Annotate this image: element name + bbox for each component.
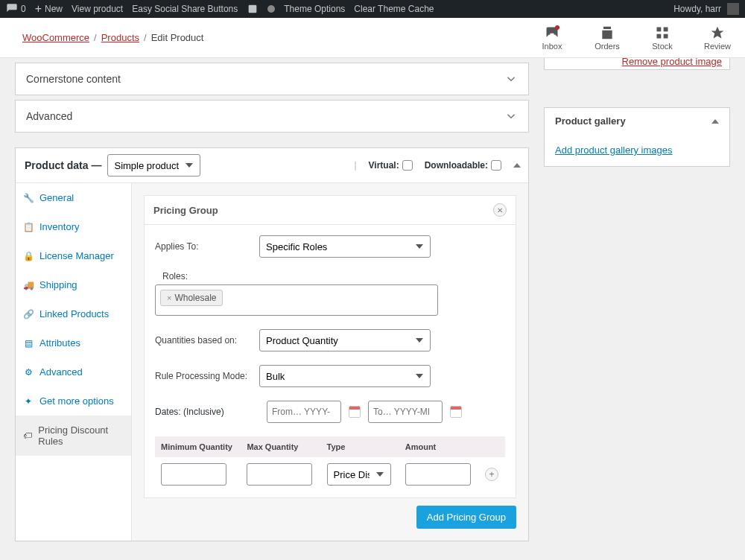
breadcrumb-products[interactable]: Products xyxy=(101,32,139,43)
yoast-icon xyxy=(247,3,259,15)
clipboard-icon: 📋 xyxy=(23,222,34,232)
tab-label: Shipping xyxy=(39,279,77,290)
th-amount: Amount xyxy=(399,436,479,457)
quantities-label: Quantities based on: xyxy=(155,335,259,346)
product-gallery-title: Product gallery xyxy=(555,115,626,127)
avatar xyxy=(727,3,739,15)
admin-bar: 0 + New View product Easy Social Share B… xyxy=(0,0,745,18)
comment-icon xyxy=(6,3,18,15)
breadcrumb: WooCommerce / Products / Edit Product xyxy=(22,32,203,43)
metabox-cornerstone: Cornerstone content xyxy=(15,63,529,95)
collapse-up-icon[interactable] xyxy=(513,163,521,168)
tab-label: Attributes xyxy=(39,337,80,349)
breadcrumb-current: Edit Product xyxy=(151,32,204,43)
virtual-checkbox[interactable] xyxy=(402,160,413,171)
add-gallery-images-link[interactable]: Add product gallery images xyxy=(545,134,683,166)
calendar-icon[interactable] xyxy=(349,406,361,418)
adminbar-howdy: Howdy, harr xyxy=(673,4,721,14)
metabox-toggle-cornerstone[interactable]: Cornerstone content xyxy=(16,63,528,95)
rule-mode-select[interactable]: Bulk xyxy=(259,365,431,387)
product-gallery-toggle[interactable]: Product gallery xyxy=(545,108,729,134)
product-type-select[interactable]: Simple product xyxy=(107,154,200,176)
adminbar-essb[interactable]: Easy Social Share Buttons xyxy=(132,4,238,14)
downloadable-label: Downloadable: xyxy=(425,160,488,171)
tab-shipping[interactable]: 🚚Shipping xyxy=(16,270,131,299)
metabox-title: Advanced xyxy=(26,110,72,122)
date-from-input[interactable] xyxy=(267,401,341,423)
tab-advanced[interactable]: ⚙Advanced xyxy=(16,357,131,386)
remove-product-image-link[interactable]: Remove product image xyxy=(545,56,729,67)
roles-label: Roles: xyxy=(162,271,505,281)
tab-general[interactable]: 🔧General xyxy=(16,183,131,212)
role-tag-text: Wholesale xyxy=(174,293,216,303)
max-qty-input[interactable] xyxy=(247,463,312,486)
chevron-up-icon xyxy=(711,119,719,124)
stat-orders[interactable]: Orders xyxy=(580,25,635,51)
top-row: WooCommerce / Products / Edit Product In… xyxy=(0,18,745,58)
adminbar-theme-options[interactable]: Theme Options xyxy=(284,4,345,14)
metabox-title: Cornerstone content xyxy=(26,73,121,85)
breadcrumb-woocommerce[interactable]: WooCommerce xyxy=(22,32,89,43)
stat-label: Orders xyxy=(595,42,620,51)
adminbar-comments-count: 0 xyxy=(21,4,26,14)
star-icon xyxy=(710,25,725,40)
adminbar-new[interactable]: + New xyxy=(35,3,63,15)
tag-icon: 🏷 xyxy=(23,430,32,441)
quantity-table: Minimum Quantity Max Quantity Type Amoun… xyxy=(155,436,505,491)
min-qty-input[interactable] xyxy=(161,463,226,486)
discount-type-select[interactable]: Price Disc xyxy=(327,463,391,486)
link-icon: 🔗 xyxy=(23,309,34,319)
tab-label: License Manager xyxy=(39,250,114,261)
amount-input[interactable] xyxy=(405,463,471,486)
pricing-group-panel: Pricing Group ✕ Applies To: Specific Rol… xyxy=(144,195,516,498)
tab-get-more[interactable]: ✦Get more options xyxy=(16,386,131,416)
stat-label: Review xyxy=(704,42,731,51)
adminbar-comments[interactable]: 0 xyxy=(6,3,26,15)
tab-label: Advanced xyxy=(39,366,83,378)
stat-stock[interactable]: Stock xyxy=(635,25,690,51)
stat-inbox[interactable]: Inbox xyxy=(524,25,580,51)
tab-linked[interactable]: 🔗Linked Products xyxy=(16,299,131,328)
product-data-tabs: 🔧General 📋Inventory 🔒License Manager 🚚Sh… xyxy=(16,183,132,541)
metabox-advanced: Advanced xyxy=(15,100,529,133)
dates-label: Dates: (Inclusive) xyxy=(155,407,259,417)
pricing-group-close[interactable]: ✕ xyxy=(493,203,507,217)
tab-pricing-rules[interactable]: 🏷Pricing Discount Rules xyxy=(16,416,131,456)
tab-label: Get more options xyxy=(39,395,114,407)
adminbar-view-product[interactable]: View product xyxy=(72,4,123,14)
tab-license[interactable]: 🔒License Manager xyxy=(16,241,131,270)
applies-to-label: Applies To: xyxy=(155,241,259,252)
adminbar-yoast[interactable] xyxy=(247,3,259,15)
metabox-toggle-advanced[interactable]: Advanced xyxy=(16,101,528,132)
lock-icon: 🔒 xyxy=(23,251,34,261)
tab-inventory[interactable]: 📋Inventory xyxy=(16,212,131,241)
product-data-content: Pricing Group ✕ Applies To: Specific Rol… xyxy=(132,183,528,541)
stat-reviews[interactable]: Review xyxy=(690,25,745,51)
add-row-button[interactable]: + xyxy=(485,468,498,481)
adminbar-clear-cache[interactable]: Clear Theme Cache xyxy=(354,4,434,14)
roles-input[interactable]: × Wholesale xyxy=(155,284,438,316)
virtual-label: Virtual: xyxy=(369,160,399,171)
gear-icon: ⚙ xyxy=(23,367,34,378)
date-to-input[interactable] xyxy=(368,401,443,423)
th-max: Max Quantity xyxy=(241,436,320,457)
tab-label: Linked Products xyxy=(39,308,109,319)
add-pricing-group-button[interactable]: Add Pricing Group xyxy=(416,506,516,529)
stat-label: Inbox xyxy=(542,42,562,51)
product-data-label: Product data — xyxy=(25,159,101,171)
quantities-select[interactable]: Product Quantity xyxy=(259,329,431,351)
downloadable-checkbox[interactable] xyxy=(491,160,501,171)
adminbar-account[interactable]: Howdy, harr xyxy=(673,3,739,15)
applies-to-select[interactable]: Specific Roles xyxy=(259,235,431,258)
product-data-header: Product data — Simple product | Virtual:… xyxy=(16,148,528,183)
chevron-down-icon xyxy=(504,109,518,123)
th-type: Type xyxy=(321,436,399,457)
role-tag-remove[interactable]: × xyxy=(167,293,171,302)
sparkle-icon: ✦ xyxy=(23,396,34,407)
stock-icon xyxy=(655,25,670,40)
tab-attributes[interactable]: ▤Attributes xyxy=(16,328,131,357)
orders-icon xyxy=(600,25,615,40)
tab-label: Inventory xyxy=(39,221,79,232)
calendar-icon[interactable] xyxy=(450,406,462,418)
rule-mode-label: Rule Processing Mode: xyxy=(155,371,259,381)
